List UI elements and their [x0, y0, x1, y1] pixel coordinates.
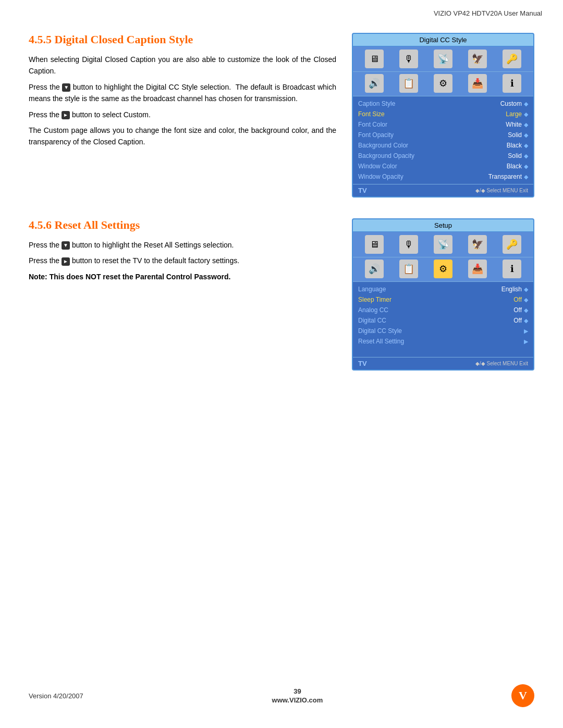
tv-footer-456: TV ◆/◆ Select MENU Exit: [353, 357, 533, 369]
down-arrow-icon: ▼: [62, 83, 70, 92]
footer-website: www.VIZIO.com: [272, 696, 323, 704]
right-arrow-icon: ►: [62, 111, 70, 119]
tv-screen-456: Setup 🖥 🎙 📡 🦅 🔑 🔊 📋 ⚙ 📥 ℹ Language Engli…: [352, 218, 534, 371]
page-header: VIZIO VP42 HDTV20A User Manual: [0, 0, 563, 17]
tv-icon-bird-2: 🦅: [468, 235, 487, 254]
footer-center: 39 www.VIZIO.com: [272, 687, 323, 704]
section-455: 4.5.5 Digital Closed Caption Style When …: [29, 33, 534, 198]
menu-row-digital-cc-style: Digital CC Style ▶: [358, 326, 528, 336]
tv-icon-key-2: 🔑: [503, 235, 521, 254]
tv-icon-setup-2: ⚙: [434, 260, 452, 278]
section-456-note: Note: This does NOT reset the Parental C…: [29, 271, 336, 282]
tv-footer-456-label: TV: [358, 360, 367, 367]
tv-icon-key: 🔑: [503, 50, 521, 68]
tv-menu-rows-456: Language English ◆ Sleep Timer Off ◆ Ana…: [353, 282, 533, 349]
section-455-title: 4.5.5 Digital Closed Caption Style: [29, 33, 336, 46]
down-arrow-icon-2: ▼: [62, 241, 70, 250]
tv-icon-mic-2: 🎙: [399, 235, 418, 254]
right-arrow-icon-2: ►: [62, 257, 70, 266]
manual-title: VIZIO VP42 HDTV20A User Manual: [434, 9, 542, 17]
tv-icon-monitor: 🖥: [365, 50, 384, 68]
section-455-text: 4.5.5 Digital Closed Caption Style When …: [29, 33, 336, 198]
section-455-para4: The Custom page allows you to change the…: [29, 125, 336, 148]
tv-icon-dish-2: 📡: [434, 235, 452, 254]
tv-icons-row-top-2: 🖥 🎙 📡 🦅 🔑: [353, 232, 533, 257]
tv-icon-input: 📥: [468, 74, 487, 93]
menu-row-font-size: Font Size Large ◆: [358, 109, 528, 119]
tv-footer-455-hint: ◆/◆ Select MENU Exit: [475, 188, 528, 193]
menu-row-reset-all: Reset All Setting ▶: [358, 336, 528, 347]
section-455-para1: When selecting Digital Closed Caption yo…: [29, 54, 336, 77]
menu-row-bg-color: Background Color Black ◆: [358, 140, 528, 151]
menu-row-window-color: Window Color Black ◆: [358, 161, 528, 171]
menu-row-font-opacity: Font Opacity Solid ◆: [358, 130, 528, 140]
tv-footer-455: TV ◆/◆ Select MENU Exit: [353, 184, 533, 196]
menu-row-analog-cc: Analog CC Off ◆: [358, 305, 528, 315]
menu-row-language: Language English ◆: [358, 284, 528, 294]
page-footer: Version 4/20/2007 39 www.VIZIO.com V: [0, 684, 563, 707]
tv-icon-mic: 🎙: [399, 50, 418, 68]
tv-screen-456-title: Setup: [353, 219, 533, 232]
tv-icon-bird: 🦅: [468, 50, 487, 68]
tv-icon-dish: 📡: [434, 50, 452, 68]
tv-screen-455: Digital CC Style 🖥 🎙 📡 🦅 🔑 🔊 📋 ⚙ 📥 ℹ Cap…: [352, 33, 534, 198]
tv-icons-row-bottom-2: 🔊 📋 ⚙ 📥 ℹ: [353, 257, 533, 282]
vizio-logo: V: [511, 684, 534, 707]
menu-row-sleep-timer: Sleep Timer Off ◆: [358, 294, 528, 305]
tv-icon-info-2: ℹ: [503, 260, 521, 278]
section-456-title: 4.5.6 Reset All Settings: [29, 218, 336, 232]
tv-menu-rows-455: Caption Style Custom ◆ Font Size Large ◆…: [353, 96, 533, 184]
tv-icon-info: ℹ: [503, 74, 521, 93]
tv-icon-monitor-2: 🖥: [365, 235, 384, 254]
section-456-para1: Press the ▼ button to highlight the Rese…: [29, 239, 336, 251]
tv-icons-row-top: 🖥 🎙 📡 🦅 🔑: [353, 46, 533, 72]
tv-icon-speaker-2: 🔊: [365, 260, 384, 278]
tv-icon-input-2: 📥: [468, 260, 487, 278]
menu-row-font-color: Font Color White ◆: [358, 119, 528, 130]
tv-icon-speaker: 🔊: [365, 74, 384, 93]
menu-row-window-opacity: Window Opacity Transparent ◆: [358, 171, 528, 182]
tv-icon-cc: 📋: [399, 74, 418, 93]
footer-version: Version 4/20/2007: [29, 692, 83, 700]
footer-page-number: 39: [293, 687, 301, 695]
menu-row-digital-cc: Digital CC Off ◆: [358, 315, 528, 326]
section-456-para2: Press the ► button to reset the TV to th…: [29, 255, 336, 266]
tv-footer-455-label: TV: [358, 187, 367, 194]
section-456-text: 4.5.6 Reset All Settings Press the ▼ but…: [29, 218, 336, 371]
section-455-para2: Press the ▼ button to highlight the Digi…: [29, 81, 336, 105]
tv-screen-455-title: Digital CC Style: [353, 34, 533, 46]
menu-row-bg-opacity: Background Opacity Solid ◆: [358, 151, 528, 161]
tv-icon-setup: ⚙: [434, 74, 452, 93]
tv-icon-cc-2: 📋: [399, 260, 418, 278]
tv-icons-row-bottom: 🔊 📋 ⚙ 📥 ℹ: [353, 72, 533, 96]
main-content: 4.5.5 Digital Closed Caption Style When …: [0, 17, 563, 386]
tv-footer-456-hint: ◆/◆ Select MENU Exit: [475, 361, 528, 366]
section-455-para3: Press the ► button to select Custom.: [29, 109, 336, 120]
section-456: 4.5.6 Reset All Settings Press the ▼ but…: [29, 218, 534, 371]
menu-row-caption-style: Caption Style Custom ◆: [358, 98, 528, 109]
